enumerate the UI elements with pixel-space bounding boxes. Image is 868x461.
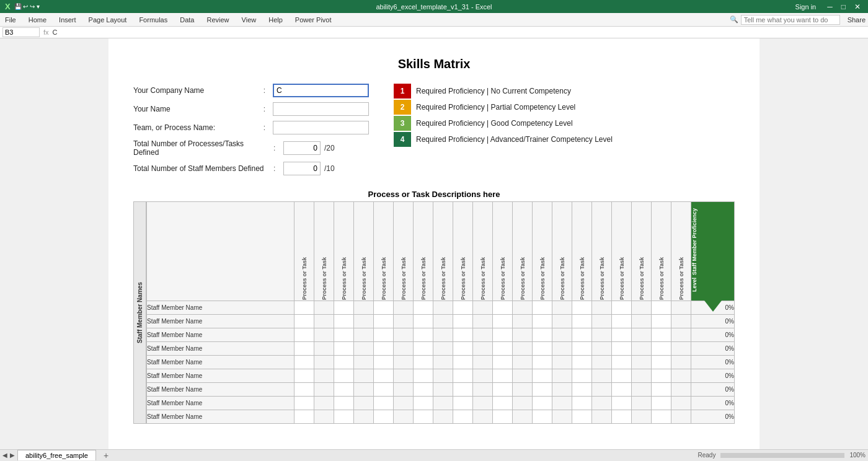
data-cell-r0-c2[interactable]: [334, 301, 354, 315]
data-cell-r6-c16[interactable]: [612, 383, 632, 397]
staff-name-cell-5[interactable]: Staff Member Name: [147, 369, 294, 383]
data-cell-r0-c15[interactable]: [592, 301, 612, 315]
data-cell-r4-c11[interactable]: [513, 356, 533, 369]
data-cell-r1-c0[interactable]: [294, 315, 314, 328]
data-cell-r2-c14[interactable]: [572, 328, 592, 342]
data-cell-r4-c9[interactable]: [473, 356, 493, 369]
data-cell-r8-c5[interactable]: [394, 410, 414, 424]
data-cell-r7-c19[interactable]: [671, 397, 691, 410]
data-cell-r1-c3[interactable]: [354, 315, 374, 328]
data-cell-r0-c16[interactable]: [612, 301, 632, 315]
data-cell-r5-c16[interactable]: [612, 369, 632, 383]
data-cell-r0-c18[interactable]: [652, 301, 671, 315]
data-cell-r0-c4[interactable]: [374, 301, 394, 315]
staff-name-cell-3[interactable]: Staff Member Name: [147, 342, 294, 356]
data-cell-r5-c14[interactable]: [572, 369, 592, 383]
data-cell-r7-c12[interactable]: [533, 397, 552, 410]
data-cell-r2-c1[interactable]: [314, 328, 334, 342]
data-cell-r8-c4[interactable]: [374, 410, 394, 424]
data-cell-r7-c18[interactable]: [652, 397, 671, 410]
data-cell-r7-c5[interactable]: [394, 397, 414, 410]
ribbon-search-input[interactable]: [741, 15, 840, 25]
data-cell-r1-c16[interactable]: [612, 315, 632, 328]
ribbon-data[interactable]: Data: [177, 15, 197, 25]
data-cell-r8-c14[interactable]: [572, 410, 592, 424]
data-cell-r2-c16[interactable]: [612, 328, 632, 342]
data-cell-r5-c12[interactable]: [533, 369, 552, 383]
data-cell-r4-c12[interactable]: [533, 356, 552, 369]
data-cell-r8-c16[interactable]: [612, 410, 632, 424]
data-cell-r3-c6[interactable]: [414, 342, 433, 356]
data-cell-r1-c19[interactable]: [671, 315, 691, 328]
data-cell-r2-c7[interactable]: [433, 328, 453, 342]
data-cell-r5-c19[interactable]: [671, 369, 691, 383]
data-cell-r6-c14[interactable]: [572, 383, 592, 397]
data-cell-r1-c13[interactable]: [552, 315, 572, 328]
data-cell-r0-c19[interactable]: [671, 301, 691, 315]
staff-input[interactable]: [283, 162, 321, 175]
data-cell-r6-c9[interactable]: [473, 383, 493, 397]
data-cell-r4-c4[interactable]: [374, 356, 394, 369]
ribbon-insert[interactable]: Insert: [56, 15, 79, 25]
data-cell-r6-c10[interactable]: [493, 383, 513, 397]
data-cell-r4-c13[interactable]: [552, 356, 572, 369]
team-name-input[interactable]: [273, 121, 369, 134]
data-cell-r6-c18[interactable]: [652, 383, 671, 397]
ribbon-power-pivot[interactable]: Power Pivot: [293, 15, 334, 25]
data-cell-r0-c7[interactable]: [433, 301, 453, 315]
data-cell-r2-c3[interactable]: [354, 328, 374, 342]
data-cell-r5-c13[interactable]: [552, 369, 572, 383]
data-cell-r4-c6[interactable]: [414, 356, 433, 369]
sheet-tab[interactable]: ability6_free_sample: [17, 450, 96, 460]
data-cell-r4-c19[interactable]: [671, 356, 691, 369]
scroll-right-icon[interactable]: ▶: [10, 452, 15, 459]
data-cell-r0-c6[interactable]: [414, 301, 433, 315]
data-cell-r4-c14[interactable]: [572, 356, 592, 369]
data-cell-r0-c5[interactable]: [394, 301, 414, 315]
data-cell-r3-c5[interactable]: [394, 342, 414, 356]
data-cell-r3-c14[interactable]: [572, 342, 592, 356]
cell-reference-box[interactable]: [2, 27, 40, 37]
data-cell-r6-c7[interactable]: [433, 383, 453, 397]
data-cell-r4-c8[interactable]: [453, 356, 473, 369]
data-cell-r6-c11[interactable]: [513, 383, 533, 397]
data-cell-r1-c12[interactable]: [533, 315, 552, 328]
data-cell-r3-c15[interactable]: [592, 342, 612, 356]
data-cell-r3-c0[interactable]: [294, 342, 314, 356]
data-cell-r2-c12[interactable]: [533, 328, 552, 342]
data-cell-r1-c18[interactable]: [652, 315, 671, 328]
data-cell-r8-c17[interactable]: [632, 410, 652, 424]
data-cell-r3-c19[interactable]: [671, 342, 691, 356]
data-cell-r4-c18[interactable]: [652, 356, 671, 369]
data-cell-r4-c10[interactable]: [493, 356, 513, 369]
ribbon-help[interactable]: Help: [266, 15, 285, 25]
data-cell-r5-c11[interactable]: [513, 369, 533, 383]
data-cell-r3-c1[interactable]: [314, 342, 334, 356]
data-cell-r2-c17[interactable]: [632, 328, 652, 342]
data-cell-r3-c4[interactable]: [374, 342, 394, 356]
data-cell-r4-c2[interactable]: [334, 356, 354, 369]
data-cell-r7-c10[interactable]: [493, 397, 513, 410]
data-cell-r5-c6[interactable]: [414, 369, 433, 383]
data-cell-r6-c4[interactable]: [374, 383, 394, 397]
data-cell-r2-c11[interactable]: [513, 328, 533, 342]
data-cell-r2-c8[interactable]: [453, 328, 473, 342]
staff-name-cell-8[interactable]: Staff Member Name: [147, 410, 294, 424]
data-cell-r7-c6[interactable]: [414, 397, 433, 410]
data-cell-r4-c5[interactable]: [394, 356, 414, 369]
staff-name-cell-2[interactable]: Staff Member Name: [147, 328, 294, 342]
data-cell-r4-c7[interactable]: [433, 356, 453, 369]
data-cell-r2-c15[interactable]: [592, 328, 612, 342]
data-cell-r8-c11[interactable]: [513, 410, 533, 424]
window-restore[interactable]: □: [839, 2, 848, 11]
ribbon-view[interactable]: View: [239, 15, 259, 25]
data-cell-r1-c6[interactable]: [414, 315, 433, 328]
data-cell-r3-c9[interactable]: [473, 342, 493, 356]
data-cell-r3-c17[interactable]: [632, 342, 652, 356]
data-cell-r3-c3[interactable]: [354, 342, 374, 356]
data-cell-r8-c0[interactable]: [294, 410, 314, 424]
data-cell-r2-c4[interactable]: [374, 328, 394, 342]
data-cell-r4-c3[interactable]: [354, 356, 374, 369]
ribbon-file[interactable]: File: [2, 15, 19, 25]
data-cell-r4-c17[interactable]: [632, 356, 652, 369]
